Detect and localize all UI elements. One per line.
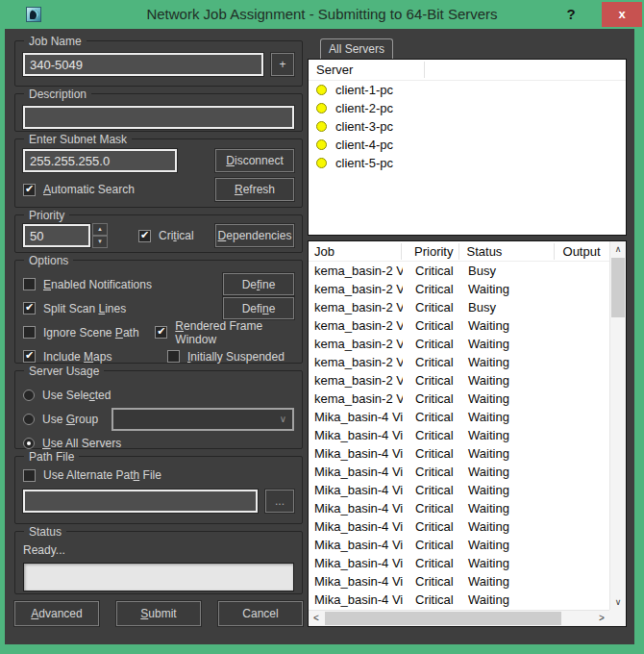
job-row[interactable]: Mika_basin-4 Vi...CriticalWaiting xyxy=(309,572,609,591)
description-input[interactable] xyxy=(23,106,294,129)
spinner-up-button[interactable]: ▲ xyxy=(92,223,108,236)
job-row[interactable]: Mika_basin-4 Vi...CriticalWaiting xyxy=(309,554,609,572)
job-table-header[interactable]: Job Priority Status Output xyxy=(309,241,609,262)
job-row[interactable]: kema_basin-2 V...CriticalBusy xyxy=(309,298,609,316)
job-name-input[interactable] xyxy=(23,53,263,76)
job-row[interactable]: kema_basin-2 V...CriticalWaiting xyxy=(309,371,609,390)
job-row[interactable]: Mika_basin-4 Vi...CriticalWaiting xyxy=(309,517,609,536)
job-row[interactable]: Mika_basin-4 Vi...CriticalWaiting xyxy=(309,591,609,609)
dialog-action-row: Advanced Submit Cancel xyxy=(14,601,303,626)
server-row[interactable]: client-3-pc xyxy=(309,117,626,136)
use-selected-label[interactable]: Use Selected xyxy=(42,389,111,402)
options-group: Options Enabled Notifications Define Spl… xyxy=(14,260,303,364)
split-scan-lines-label[interactable]: Split Scan Lines xyxy=(43,302,126,315)
dependencies-button[interactable]: Dependencies xyxy=(215,224,294,247)
job-row[interactable]: Mika_basin-4 Vi...CriticalWaiting xyxy=(309,481,609,499)
job-row[interactable]: Mika_basin-4 Vi...CriticalWaiting xyxy=(309,499,609,517)
status-cell: Waiting xyxy=(460,519,557,534)
priority-column-header[interactable]: Priority xyxy=(402,243,459,260)
use-alternate-path-checkbox[interactable] xyxy=(23,469,36,482)
split-scan-lines-checkbox[interactable] xyxy=(23,302,36,314)
server-row[interactable]: client-1-pc xyxy=(309,81,626,99)
browse-button[interactable]: ... xyxy=(265,490,294,513)
job-row[interactable]: kema_basin-2 V...CriticalWaiting xyxy=(309,316,609,335)
disconnect-button[interactable]: Disconnect xyxy=(215,149,294,172)
critical-checkbox[interactable] xyxy=(138,230,151,242)
ignore-scene-path-label[interactable]: Ignore Scene Path xyxy=(43,326,139,340)
group-select-dropdown[interactable]: ∨ xyxy=(111,408,294,431)
include-maps-checkbox[interactable] xyxy=(23,350,36,363)
server-row[interactable]: client-2-pc xyxy=(309,99,626,117)
rendered-frame-window-checkbox[interactable] xyxy=(155,326,167,339)
server-row[interactable]: client-5-pc xyxy=(309,154,626,172)
advanced-button[interactable]: Advanced xyxy=(14,601,99,626)
path-file-input[interactable] xyxy=(23,490,258,513)
priority-cell: Critical xyxy=(403,592,460,607)
left-panel: Job Name + Description Enter Subnet Mask… xyxy=(14,40,303,626)
server-name: client-2-pc xyxy=(335,101,393,115)
subnet-mask-input[interactable] xyxy=(23,149,177,172)
job-cell: Mika_basin-4 Vi... xyxy=(309,538,403,552)
job-row[interactable]: Mika_basin-4 Vi...CriticalWaiting xyxy=(309,536,609,554)
job-row[interactable]: kema_basin-2 V...CriticalBusy xyxy=(309,262,609,280)
job-row[interactable]: kema_basin-2 V...CriticalWaiting xyxy=(309,353,609,371)
include-maps-label[interactable]: Include Maps xyxy=(43,350,111,364)
spinner-down-button[interactable]: ▼ xyxy=(92,236,108,248)
critical-label[interactable]: Critical xyxy=(159,229,194,242)
priority-cell: Critical xyxy=(403,483,460,497)
define-notifications-button[interactable]: Define xyxy=(223,273,294,295)
enabled-notifications-label[interactable]: Enabled Notifications xyxy=(43,278,152,291)
status-cell: Waiting xyxy=(460,391,557,406)
help-button[interactable]: ? xyxy=(559,3,582,26)
use-all-servers-radio[interactable] xyxy=(23,438,35,449)
close-button[interactable]: x xyxy=(602,2,642,27)
status-cell: Waiting xyxy=(460,446,557,461)
subnet-group: Enter Subnet Mask Automatic Search Disco… xyxy=(14,138,303,208)
define-scanlines-button[interactable]: Define xyxy=(223,297,294,319)
scroll-left-icon[interactable]: < xyxy=(309,611,324,626)
job-row[interactable]: Mika_basin-4 Vi...CriticalWaiting xyxy=(309,463,609,481)
job-cell: Mika_basin-4 Vi... xyxy=(309,428,403,442)
priority-input[interactable] xyxy=(23,224,90,247)
job-row[interactable]: kema_basin-2 V...CriticalWaiting xyxy=(309,390,609,408)
job-row[interactable]: Mika_basin-4 Vi...CriticalWaiting xyxy=(309,444,609,463)
horizontal-scrollbar[interactable]: < > xyxy=(309,610,609,626)
ignore-scene-path-checkbox[interactable] xyxy=(23,326,36,339)
job-column-header[interactable]: Job xyxy=(309,243,402,260)
scroll-up-icon[interactable]: ∧ xyxy=(610,241,626,257)
scroll-down-icon[interactable]: ∨ xyxy=(610,594,626,610)
automatic-search-label[interactable]: Automatic Search xyxy=(43,183,135,196)
tab-all-servers[interactable]: All Servers xyxy=(320,38,393,59)
enabled-notifications-checkbox[interactable] xyxy=(23,278,36,290)
use-group-label[interactable]: Use Group xyxy=(42,413,98,426)
submit-button[interactable]: Submit xyxy=(116,601,201,626)
job-row[interactable]: Mika_basin-4 Vi...CriticalWaiting xyxy=(309,426,609,444)
add-job-name-button[interactable]: + xyxy=(271,53,294,76)
job-row[interactable]: Mika_basin-4 Vi...CriticalWaiting xyxy=(309,408,609,426)
cancel-button[interactable]: Cancel xyxy=(218,601,303,626)
automatic-search-checkbox[interactable] xyxy=(23,184,36,196)
use-all-servers-label[interactable]: Use All Servers xyxy=(42,437,121,450)
server-row[interactable]: client-4-pc xyxy=(309,136,626,154)
initially-suspended-checkbox[interactable] xyxy=(167,350,180,363)
scroll-right-icon[interactable]: > xyxy=(594,611,609,626)
status-cell: Waiting xyxy=(460,592,557,607)
server-list-header[interactable]: Server xyxy=(309,60,626,81)
job-row[interactable]: kema_basin-2 V...CriticalWaiting xyxy=(309,280,609,298)
priority-group: Priority ▲ ▼ Critical Dependencies xyxy=(14,214,303,253)
use-selected-radio[interactable] xyxy=(23,390,35,401)
vertical-scrollbar[interactable]: ∧ ∨ xyxy=(609,241,626,610)
initially-suspended-label[interactable]: Initially Suspended xyxy=(187,350,285,364)
rendered-frame-window-label[interactable]: Rendered Frame Window xyxy=(175,319,294,346)
job-row[interactable]: kema_basin-2 V...CriticalWaiting xyxy=(309,335,609,353)
use-alternate-path-label[interactable]: Use Alternate Path File xyxy=(43,468,161,482)
status-cell: Waiting xyxy=(460,318,557,333)
status-column-header[interactable]: Status xyxy=(459,243,555,260)
job-table-body: kema_basin-2 V...CriticalBusykema_basin-… xyxy=(309,262,609,610)
horizontal-scroll-thumb[interactable] xyxy=(325,612,561,625)
use-group-radio[interactable] xyxy=(23,414,35,425)
output-column-header[interactable]: Output xyxy=(555,243,609,260)
refresh-button[interactable]: Refresh xyxy=(215,178,294,201)
vertical-scroll-thumb[interactable] xyxy=(611,258,625,317)
server-column-header[interactable]: Server xyxy=(316,63,353,77)
